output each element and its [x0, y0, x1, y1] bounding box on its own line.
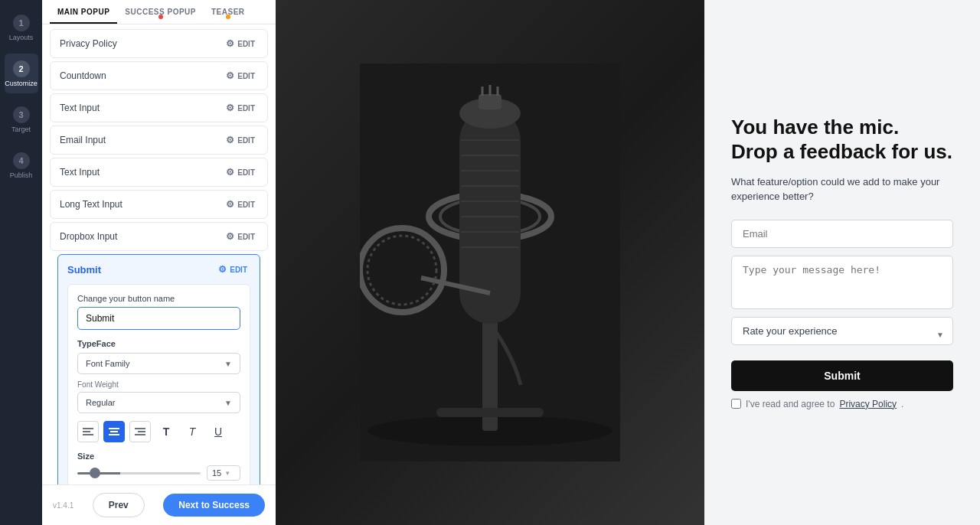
element-name: Long Text Input [60, 199, 122, 210]
email-field[interactable] [731, 220, 953, 248]
svg-rect-1 [83, 431, 90, 432]
submit-edit-panel: Submit ⚙ EDIT Change your button name Ty… [57, 254, 260, 484]
submit-edit-btn[interactable]: ⚙ EDIT [215, 262, 250, 276]
privacy-checkbox[interactable] [731, 399, 741, 409]
tab-success-popup[interactable]: SUCCESS POPUP [117, 0, 204, 24]
list-item[interactable]: Privacy Policy ⚙ EDIT [50, 29, 268, 58]
svg-rect-2 [83, 434, 93, 435]
svg-rect-8 [135, 434, 145, 435]
edit-btn[interactable]: ⚙ EDIT [223, 37, 258, 51]
nav-label-publish: Publish [10, 171, 33, 179]
size-arrow-icon: ▼ [224, 470, 230, 477]
microphone-illustration [360, 64, 620, 461]
svg-rect-5 [109, 434, 119, 435]
edit-btn[interactable]: ⚙ EDIT [223, 133, 258, 147]
bottom-bar: v1.4.1 Prev Next to Success [42, 484, 276, 525]
underline-btn[interactable]: U [207, 421, 229, 442]
element-name: Privacy Policy [60, 38, 117, 49]
edit-btn[interactable]: ⚙ EDIT [223, 101, 258, 115]
nav-num-4: 4 [13, 152, 30, 169]
gear-icon: ⚙ [226, 70, 234, 81]
element-list: Privacy Policy ⚙ EDIT Countdown ⚙ EDIT T… [42, 24, 276, 484]
submit-edit-body: Change your button name TypeFace Font Fa… [67, 284, 250, 484]
nav-num-3: 3 [13, 106, 30, 123]
field-label: Change your button name [77, 294, 240, 303]
success-tab-dot [158, 15, 163, 19]
font-weight-value: Regular [86, 398, 116, 407]
background-image [276, 0, 704, 525]
submit-edit-header: Submit ⚙ EDIT [67, 262, 250, 276]
svg-rect-0 [83, 428, 93, 429]
prev-button[interactable]: Prev [93, 493, 145, 517]
nav-item-layouts[interactable]: 1 Layouts [5, 8, 38, 47]
list-item[interactable]: Long Text Input ⚙ EDIT [50, 190, 268, 219]
list-item[interactable]: Email Input ⚙ EDIT [50, 126, 268, 155]
nav-item-customize[interactable]: 2 Customize [5, 54, 38, 93]
font-weight-label: Font Weight [77, 380, 240, 389]
gear-icon: ⚙ [226, 199, 234, 210]
edit-btn[interactable]: ⚙ EDIT [223, 165, 258, 179]
element-name: Countdown [60, 70, 106, 81]
align-right-btn[interactable] [129, 421, 151, 442]
typeface-label: TypeFace [77, 339, 240, 348]
dropdown-arrow-icon: ▼ [224, 399, 232, 407]
list-item[interactable]: Dropbox Input ⚙ EDIT [50, 222, 268, 251]
privacy-text: I've read and agree to [746, 399, 835, 409]
font-family-dropdown[interactable]: Font Family ▼ [77, 353, 240, 374]
message-textarea[interactable] [731, 256, 953, 309]
form-side: You have the mic.Drop a feedback for us.… [704, 0, 980, 525]
element-name: Dropbox Input [60, 231, 117, 242]
gear-icon: ⚙ [226, 135, 234, 145]
svg-rect-6 [135, 428, 145, 429]
align-left-btn[interactable] [77, 421, 99, 442]
sidebar-nav: 1 Layouts 2 Customize 3 Target 4 Publish [0, 0, 42, 525]
nav-num-2: 2 [13, 60, 30, 77]
popup-tabs: MAIN POPUP SUCCESS POPUP TEASER [42, 0, 276, 24]
gear-icon: ⚙ [226, 38, 234, 49]
list-item[interactable]: Text Input ⚙ EDIT [50, 158, 268, 187]
element-name: Text Input [60, 103, 100, 113]
privacy-link[interactable]: Privacy Policy [839, 399, 897, 409]
edit-btn[interactable]: ⚙ EDIT [223, 69, 258, 83]
photo-side [276, 0, 704, 525]
align-center-btn[interactable] [103, 421, 125, 442]
edit-btn[interactable]: ⚙ EDIT [223, 230, 258, 243]
size-slider[interactable] [77, 472, 201, 474]
tab-main-popup[interactable]: MAIN POPUP [50, 0, 117, 24]
size-label: Size [77, 452, 240, 461]
submit-button-preview[interactable]: Submit [731, 360, 953, 391]
list-item[interactable]: Countdown ⚙ EDIT [50, 61, 268, 90]
svg-rect-4 [110, 431, 118, 432]
font-weight-dropdown[interactable]: Regular ▼ [77, 392, 240, 413]
version-text: v1.4.1 [53, 501, 74, 510]
list-item[interactable]: Text Input ⚙ EDIT [50, 93, 268, 122]
nav-item-target[interactable]: 3 Target [5, 99, 38, 139]
italic-btn[interactable]: T [181, 421, 203, 442]
gear-icon: ⚙ [226, 103, 234, 113]
dropdown-arrow-icon: ▼ [224, 360, 232, 368]
size-num: 15 [212, 468, 221, 478]
size-value-display: 15 ▼ [207, 465, 240, 481]
next-to-success-button[interactable]: Next to Success [163, 494, 265, 517]
submit-title: Submit [67, 264, 101, 276]
form-subtext: What feature/option could we add to make… [731, 174, 953, 204]
left-panel: MAIN POPUP SUCCESS POPUP TEASER Privacy … [42, 0, 276, 525]
gear-icon: ⚙ [226, 167, 234, 178]
nav-num-1: 1 [13, 15, 30, 31]
edit-btn[interactable]: ⚙ EDIT [223, 197, 258, 211]
element-name: Text Input [60, 167, 100, 178]
svg-rect-28 [479, 94, 501, 109]
element-name: Email Input [60, 135, 106, 145]
gear-icon: ⚙ [226, 231, 234, 242]
nav-label-layouts: Layouts [9, 34, 34, 41]
bold-btn[interactable]: T [155, 421, 177, 442]
nav-item-publish[interactable]: 4 Publish [5, 145, 38, 185]
tab-teaser[interactable]: TEASER [204, 0, 253, 24]
button-name-input[interactable] [77, 307, 240, 330]
experience-select-wrapper: Rate your experience ⭐ 1 ⭐⭐ 2 ⭐⭐⭐ 3 ⭐⭐⭐⭐… [731, 317, 953, 353]
svg-rect-7 [138, 431, 145, 432]
experience-select[interactable]: Rate your experience ⭐ 1 ⭐⭐ 2 ⭐⭐⭐ 3 ⭐⭐⭐⭐… [731, 317, 953, 345]
nav-label-target: Target [11, 126, 31, 133]
teaser-tab-dot [226, 15, 230, 19]
nav-label-customize: Customize [5, 80, 38, 87]
